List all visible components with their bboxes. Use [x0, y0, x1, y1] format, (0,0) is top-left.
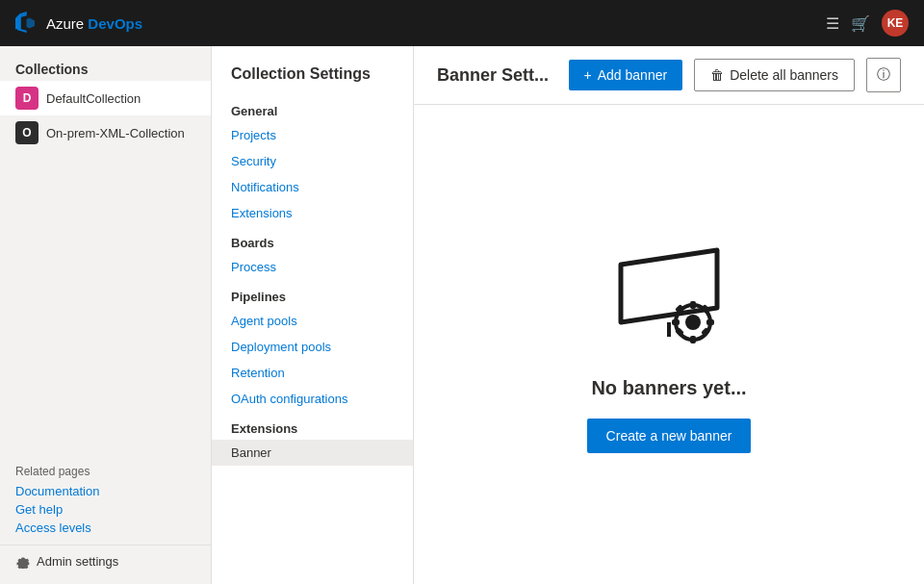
info-icon: ⓘ [877, 66, 890, 82]
collection-item-onprem[interactable]: O On-prem-XML-Collection [0, 115, 211, 150]
collection-avatar-default: D [15, 87, 38, 110]
topbar: Azure DevOps ☰ 🛒 KE [0, 0, 924, 46]
sidebar-settings: Collection Settings General Projects Sec… [212, 46, 414, 584]
main-layout: Collections D DefaultCollection O On-pre… [0, 46, 924, 584]
settings-nav-title: Collection Settings [212, 54, 413, 94]
svg-point-3 [685, 315, 701, 330]
group-boards: Boards [212, 226, 413, 254]
svg-rect-7 [706, 319, 714, 325]
svg-rect-4 [690, 301, 696, 309]
collections-title: Collections [0, 54, 211, 81]
settings-item-oauth[interactable]: OAuth configurations [212, 386, 413, 412]
plus-icon: + [584, 67, 592, 83]
settings-item-projects[interactable]: Projects [212, 122, 413, 148]
delete-all-label: Delete all banners [730, 67, 838, 83]
sidebar-collections: Collections D DefaultCollection O On-pre… [0, 46, 212, 584]
empty-state: No banners yet... Create a new banner [414, 105, 924, 584]
group-pipelines: Pipelines [212, 280, 413, 308]
content-area: Banner Sett... + Add banner 🗑 Delete all… [414, 46, 924, 584]
collection-label-default: DefaultCollection [46, 91, 141, 106]
create-new-banner-button[interactable]: Create a new banner [587, 419, 752, 453]
add-banner-button[interactable]: + Add banner [569, 60, 683, 90]
topbar-title: Azure DevOps [46, 15, 142, 32]
admin-settings-item[interactable]: Admin settings [0, 545, 211, 576]
svg-rect-5 [690, 336, 696, 343]
settings-item-security[interactable]: Security [212, 148, 413, 174]
topbar-left: Azure DevOps [15, 12, 142, 35]
settings-item-retention[interactable]: Retention [212, 360, 413, 386]
azure-devops-logo-icon [15, 12, 38, 35]
add-banner-label: Add banner [598, 67, 667, 83]
related-pages: Related pages Documentation Get help Acc… [0, 457, 211, 545]
no-banners-illustration [592, 236, 746, 351]
info-button[interactable]: ⓘ [866, 58, 901, 92]
empty-state-title: No banners yet... [591, 377, 746, 399]
content-header: Banner Sett... + Add banner 🗑 Delete all… [414, 46, 924, 105]
empty-state-icon [592, 236, 746, 354]
svg-rect-6 [672, 319, 680, 325]
page-title: Banner Sett... [437, 65, 557, 86]
settings-item-extensions-gen[interactable]: Extensions [212, 200, 413, 226]
delete-all-banners-button[interactable]: 🗑 Delete all banners [694, 59, 855, 91]
shopping-bag-icon[interactable]: 🛒 [851, 14, 870, 33]
settings-icon[interactable]: ☰ [826, 14, 839, 33]
collection-item-default[interactable]: D DefaultCollection [0, 81, 211, 115]
settings-item-deployment-pools[interactable]: Deployment pools [212, 334, 413, 360]
gear-icon [15, 553, 31, 569]
collection-label-onprem: On-prem-XML-Collection [46, 126, 185, 140]
settings-item-agent-pools[interactable]: Agent pools [212, 308, 413, 334]
get-help-link[interactable]: Get help [15, 500, 195, 519]
trash-icon: 🗑 [710, 67, 724, 83]
collection-avatar-onprem: O [15, 121, 38, 144]
settings-item-notifications[interactable]: Notifications [212, 174, 413, 200]
related-pages-title: Related pages [15, 465, 195, 478]
group-general: General [212, 94, 413, 122]
svg-marker-0 [621, 250, 717, 322]
admin-settings-label: Admin settings [37, 554, 118, 569]
settings-item-banner[interactable]: Banner [212, 440, 413, 466]
settings-item-process[interactable]: Process [212, 254, 413, 280]
user-avatar[interactable]: KE [882, 10, 909, 37]
access-levels-link[interactable]: Access levels [15, 519, 195, 537]
documentation-link[interactable]: Documentation [15, 482, 195, 500]
group-extensions: Extensions [212, 412, 413, 440]
topbar-right: ☰ 🛒 KE [826, 10, 909, 37]
